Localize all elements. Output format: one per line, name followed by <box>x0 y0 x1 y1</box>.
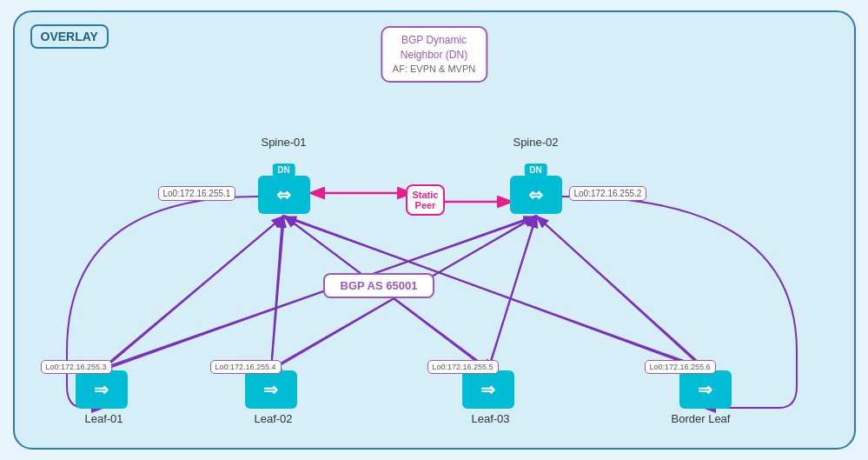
bgp-as-box: BGP AS 65001 <box>323 273 435 298</box>
spine02-label: Spine-02 <box>501 136 571 149</box>
leaf02-lo-label: Lo0:172.16.255.4 <box>210 360 282 374</box>
static-peer-box: StaticPeer <box>406 184 446 216</box>
bgp-dn-line1: BGP Dynamic <box>393 33 475 48</box>
svg-line-1 <box>271 216 284 370</box>
leaf01-label: Leaf-01 <box>74 412 135 425</box>
svg-line-4 <box>102 216 536 370</box>
border-leaf-label: Border Leaf <box>662 412 740 425</box>
svg-line-9 <box>271 217 282 369</box>
leaf02-label: Leaf-02 <box>243 412 304 425</box>
overlay-diagram: OVERLAY BGP Dynamic Neighbor (DN) AF: EV… <box>13 10 856 450</box>
bgp-dn-line3: AF: EVPN & MVPN <box>393 63 475 76</box>
border-leaf-lo-label: Lo0:172.16.255.6 <box>645 360 716 374</box>
leaf03-lo-label: Lo0:172.16.255.5 <box>427 360 499 374</box>
leaf01-node: ⇒ <box>76 370 128 409</box>
static-peer-text: StaticPeer <box>413 190 439 210</box>
leaf01-arrow-icon: ⇒ <box>94 379 109 400</box>
spine02-node: DN ⇔ <box>510 176 562 214</box>
svg-line-7 <box>536 216 706 370</box>
border-leaf-arrow-icon: ⇒ <box>698 379 712 400</box>
leaf02-arrow-icon: ⇒ <box>263 379 278 400</box>
svg-line-0 <box>102 216 284 370</box>
spine01-lo-label: Lo0:172.16.255.1 <box>158 186 236 201</box>
svg-line-15 <box>538 217 706 369</box>
leaf03-label: Leaf-03 <box>461 412 521 425</box>
bgp-dn-box: BGP Dynamic Neighbor (DN) AF: EVPN & MVP… <box>381 26 487 83</box>
overlay-label: OVERLAY <box>30 24 109 49</box>
leaf03-arrow-icon: ⇒ <box>480 379 495 400</box>
spine01-label: Spine-01 <box>249 136 319 149</box>
svg-line-12 <box>102 217 534 369</box>
leaf02-node: ⇒ <box>245 370 297 409</box>
spine01-arrow-icon: ⇔ <box>276 184 291 205</box>
border-leaf-node: ⇒ <box>679 370 732 409</box>
svg-line-8 <box>102 217 282 369</box>
bgp-dn-line2: Neighbor (DN) <box>393 48 475 63</box>
svg-line-6 <box>488 216 536 370</box>
spine02-arrow-icon: ⇔ <box>528 184 543 205</box>
spine02-lo-label: Lo0:172.16.255.2 <box>569 186 647 201</box>
spine02-dn-badge: DN <box>524 163 547 177</box>
svg-line-14 <box>488 217 536 369</box>
leaf03-node: ⇒ <box>462 370 514 409</box>
leaf01-lo-label: Lo0:172.16.255.3 <box>41 360 112 374</box>
spine01-dn-badge: DN <box>272 163 295 177</box>
spine01-node: DN ⇔ <box>258 176 310 214</box>
